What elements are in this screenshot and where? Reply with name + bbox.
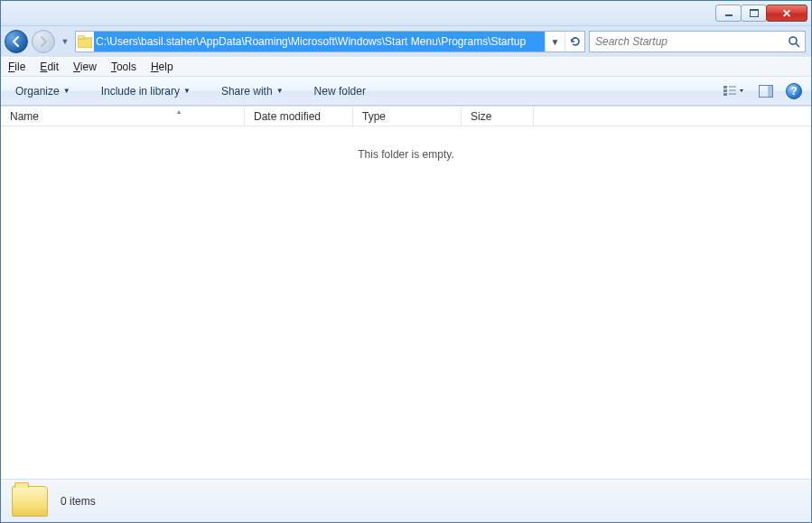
- titlebar: ✕: [1, 1, 811, 26]
- share-with-button[interactable]: Share with ▼: [216, 81, 289, 101]
- nav-history-dropdown[interactable]: ▼: [59, 33, 71, 51]
- search-input[interactable]: [590, 32, 783, 51]
- preview-pane-button[interactable]: [753, 82, 779, 100]
- organize-button[interactable]: Organize ▼: [10, 81, 76, 101]
- search-box[interactable]: [589, 31, 806, 52]
- folder-icon: [12, 486, 48, 517]
- maximize-button[interactable]: [741, 5, 767, 22]
- folder-icon: [76, 35, 94, 48]
- minimize-button[interactable]: [715, 5, 742, 22]
- address-dropdown[interactable]: ▼: [545, 32, 565, 51]
- file-list-area: Name ▴ Date modified Type Size This fold…: [1, 106, 811, 479]
- share-label: Share with: [221, 85, 273, 98]
- svg-line-6: [796, 43, 799, 47]
- help-button[interactable]: ?: [786, 83, 802, 99]
- explorer-window: ✕ ▼ ▼ FFileile Edi: [0, 0, 812, 523]
- svg-rect-0: [725, 14, 733, 16]
- window-controls: ✕: [716, 5, 807, 22]
- chevron-down-icon: ▼: [276, 87, 284, 95]
- column-type[interactable]: Type: [353, 107, 462, 126]
- column-size[interactable]: Size: [462, 107, 534, 126]
- address-input[interactable]: [94, 32, 545, 51]
- svg-rect-2: [750, 9, 759, 11]
- close-button[interactable]: ✕: [766, 5, 807, 22]
- svg-rect-8: [723, 89, 727, 92]
- status-bar: 0 items: [1, 479, 811, 522]
- svg-point-5: [789, 37, 797, 44]
- menu-edit[interactable]: Edit: [40, 61, 59, 73]
- svg-rect-14: [768, 86, 772, 97]
- new-folder-button[interactable]: New folder: [309, 81, 371, 101]
- chevron-down-icon: ▼: [63, 87, 70, 95]
- include-label: Include in library: [101, 85, 180, 98]
- column-name[interactable]: Name ▴: [1, 107, 245, 126]
- refresh-button[interactable]: [565, 32, 584, 51]
- menu-file[interactable]: FFileile: [8, 61, 25, 73]
- item-count: 0 items: [61, 495, 96, 508]
- newfolder-label: New folder: [314, 85, 366, 98]
- menu-view[interactable]: View: [73, 61, 97, 73]
- sort-asc-icon: ▴: [177, 107, 181, 116]
- toolbar: Organize ▼ Include in library ▼ Share wi…: [1, 77, 811, 106]
- menu-help[interactable]: Help: [151, 61, 173, 73]
- forward-button[interactable]: [32, 30, 55, 53]
- column-name-label: Name: [10, 110, 39, 123]
- svg-rect-7: [723, 86, 727, 89]
- svg-rect-9: [723, 93, 727, 96]
- chevron-down-icon: ▼: [183, 87, 191, 95]
- back-button[interactable]: [5, 30, 28, 53]
- nav-bar: ▼ ▼: [1, 26, 811, 57]
- view-options-button[interactable]: [721, 82, 746, 100]
- include-library-button[interactable]: Include in library ▼: [96, 81, 196, 101]
- menu-bar: FFileile Edit View Tools Help: [1, 57, 811, 77]
- svg-rect-4: [78, 35, 84, 39]
- column-headers: Name ▴ Date modified Type Size: [1, 107, 811, 126]
- search-icon[interactable]: [783, 35, 805, 48]
- menu-tools[interactable]: Tools: [111, 61, 136, 73]
- address-bar[interactable]: ▼: [75, 31, 585, 52]
- organize-label: Organize: [15, 85, 60, 98]
- empty-folder-message: This folder is empty.: [1, 126, 811, 182]
- svg-rect-3: [78, 38, 92, 48]
- column-date[interactable]: Date modified: [245, 107, 353, 126]
